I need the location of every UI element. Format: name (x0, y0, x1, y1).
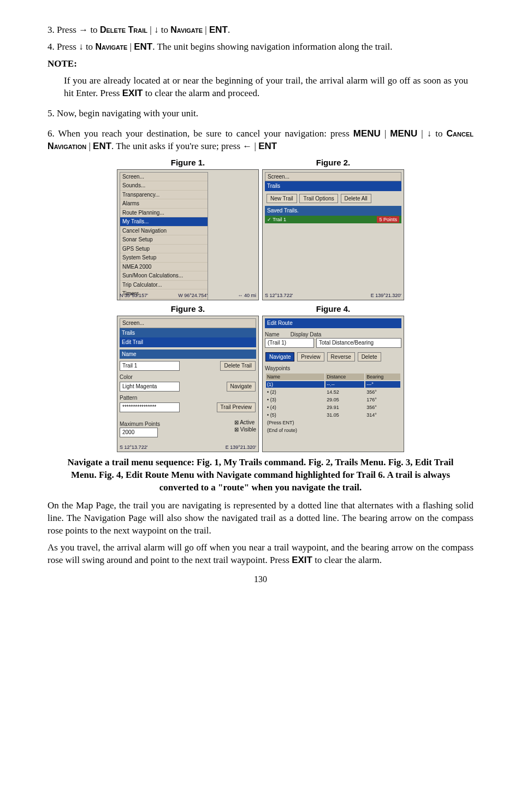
s6a: 6. When you reach your destination, be s… (48, 128, 353, 139)
trail-options-button[interactable]: Trail Options (299, 194, 338, 204)
trail-preview-button[interactable]: Trail Preview (217, 402, 256, 412)
reverse-button[interactable]: Reverse (327, 352, 355, 362)
fig1-status: N 35°53.157' W 96°24.754' ↔ 40 mi (120, 292, 256, 299)
fig4-name-lbl: Name (265, 331, 280, 339)
max-points-label: Maximum Points (120, 420, 160, 428)
fig3-status-l: S 12°13.722' (120, 444, 147, 451)
figure-1-screenshot: Screen...Sounds...Transparency...AlarmsR… (117, 169, 259, 300)
preview-button[interactable]: Preview (297, 352, 324, 362)
note-body: If you are already located at or near th… (64, 75, 468, 100)
route-name-input[interactable]: (Trail 1) (265, 338, 314, 348)
menu-item[interactable]: Browse Files... (120, 299, 208, 300)
figure-2-screenshot: Screen... Trails New Trail Trail Options… (262, 169, 404, 300)
fig2-status-r: E 139°21.320' (371, 292, 401, 299)
s6e: | ↓ to (417, 128, 446, 139)
paragraph-3: As you travel, the arrival alarm will go… (48, 542, 473, 567)
trail1-name: ✓ Trail 1 (267, 216, 286, 223)
fig4-label: Figure 4. (316, 304, 351, 315)
step4-text-a: 4. Press ↓ to (48, 42, 95, 52)
menu-item[interactable]: System Setup (120, 253, 208, 263)
saved-trails-label: Saved Trails. (265, 206, 401, 216)
table-row[interactable]: • (2)14.52356° (266, 389, 400, 395)
delete-trail-button[interactable]: Delete Trail (220, 361, 256, 371)
menu-item[interactable]: GPS Setup (120, 245, 208, 254)
fig4-disp-lbl: Display Data (291, 331, 322, 339)
table-row[interactable]: (1)--.-----° (266, 381, 400, 388)
exit-key: EXIT (122, 88, 143, 98)
menu-item[interactable]: Cancel Navigation (120, 227, 208, 236)
navigate-button[interactable]: Navigate (227, 382, 256, 392)
delete-all-button[interactable]: Delete All (341, 194, 371, 204)
delete-trail-cmd: Delete Trail (100, 25, 147, 34)
waypoints-table: Name Distance Bearing (1)--.-----°• (2)1… (265, 372, 401, 435)
fig1-label: Figure 1. (171, 157, 205, 168)
menu-item[interactable]: Screen... (120, 173, 208, 182)
page-number: 130 (48, 573, 473, 585)
ent-key: ENT (209, 25, 228, 35)
menu-key-2: MENU (390, 128, 417, 139)
display-data-select[interactable]: Total Distance/Bearing (316, 338, 401, 348)
menu-item[interactable]: NMEA 2000 (120, 263, 208, 272)
step-5: 5. Now, begin navigating with your unit. (48, 108, 473, 120)
p3a: As you travel, the arrival alarm will go… (48, 542, 473, 565)
waypoints-label: Waypoints (265, 365, 401, 372)
trail-1-row[interactable]: ✓ Trail 1 5 Points (265, 216, 401, 223)
step4-text-c: | (127, 42, 134, 52)
note-c: to clear the alarm and proceed. (143, 88, 260, 98)
visible-checkbox[interactable]: ⊠ Visible (234, 426, 256, 434)
ent-key-3: ENT (93, 141, 111, 151)
step-3: 3. Press → to Delete Trail | ↓ to Naviga… (48, 24, 473, 37)
menu-item[interactable]: Sounds... (120, 181, 208, 191)
step3-text-g: . (228, 25, 230, 35)
table-row[interactable]: (Press ENT) (266, 419, 400, 426)
delete-button[interactable]: Delete (358, 352, 381, 362)
color-select[interactable]: Light Magenta (120, 382, 180, 392)
navigate-button-hl[interactable]: Navigate (265, 352, 294, 362)
step3-text-a: 3. Press → to (48, 25, 100, 35)
s6i: . The unit asks if you're sure; press ← … (111, 141, 258, 151)
figure-4-screenshot: Edit Route Name Display Data (Trail 1) T… (262, 316, 404, 452)
menu-item[interactable]: Route Planning... (120, 209, 208, 218)
menu-item[interactable]: Sonar Setup (120, 235, 208, 245)
max-points-input[interactable]: 2000 (120, 428, 158, 437)
table-row[interactable]: • (4)29.91356° (266, 404, 400, 411)
new-trail-button[interactable]: New Trail (267, 194, 297, 204)
fig2-label: Figure 2. (316, 157, 351, 168)
ent-key-4: ENT (258, 141, 277, 151)
fig1-status-l: N 35°53.157' (120, 292, 148, 299)
menu-item[interactable]: Sun/Moon Calculations... (120, 271, 208, 281)
menu-item[interactable]: Trip Calculator... (120, 281, 208, 290)
menu-item[interactable]: Alarms (120, 199, 208, 209)
menu-key: MENU (353, 128, 381, 139)
figure-row-2: Figure 3. Screen... Trails Edit Trail Na… (48, 304, 473, 452)
table-row[interactable]: (End of route) (266, 427, 400, 434)
fig3-edit: Edit Trail (120, 337, 256, 347)
edit-route-head: Edit Route (265, 318, 401, 328)
pattern-label: Pattern (120, 394, 256, 402)
ent-key-2: ENT (134, 42, 152, 52)
fig2-status: S 12°13.722' E 139°21.320' (265, 292, 401, 299)
col-name: Name (266, 374, 324, 380)
col-bear: Bearing (365, 374, 400, 380)
fig1-menu: Screen...Sounds...Transparency...AlarmsR… (120, 172, 208, 300)
p3c: to clear the alarm. (312, 555, 382, 565)
step-6: 6. When you reach your destination, be s… (48, 128, 473, 153)
navigate-cmd-2: Navigate (95, 42, 127, 51)
pattern-select[interactable]: **************** (120, 402, 180, 412)
fig3-label: Figure 3. (171, 304, 205, 315)
fig3-screen: Screen... (120, 318, 256, 328)
active-checkbox[interactable]: ⊠ Active (234, 419, 256, 426)
figure-3-screenshot: Screen... Trails Edit Trail Name Trail 1… (117, 316, 259, 452)
figure-caption: Navigate a trail menu sequence: Fig. 1, … (58, 457, 463, 494)
fig2-screen: Screen... (265, 172, 401, 182)
step3-text-e: | (203, 25, 209, 35)
menu-item[interactable]: Transparency... (120, 191, 208, 200)
fig3-trails: Trails (120, 328, 256, 338)
col-dist: Distance (325, 374, 364, 380)
table-row[interactable]: • (3)29.05176° (266, 396, 400, 403)
trail-name-input[interactable]: Trail 1 (120, 361, 180, 371)
table-row[interactable]: • (5)31.05314° (266, 412, 400, 418)
fig3-status: S 12°13.722' E 139°21.320' (120, 444, 256, 451)
menu-item[interactable]: My Trails... (120, 217, 208, 227)
color-label: Color (120, 374, 256, 381)
